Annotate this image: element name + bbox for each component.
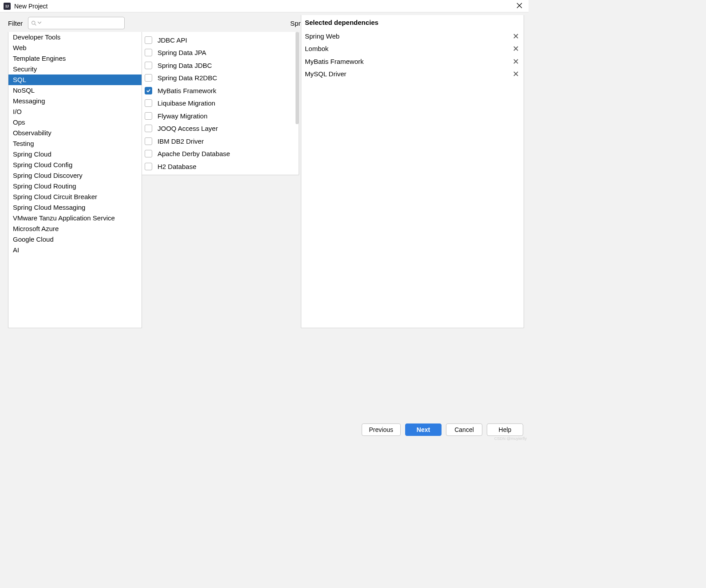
category-item[interactable]: Spring Cloud (8, 149, 142, 160)
app-icon: IJ (4, 3, 11, 10)
dependency-item[interactable]: Spring Data JPA (142, 47, 299, 59)
dependency-checkbox[interactable] (145, 62, 152, 69)
selected-dependencies-header: Selected dependencies (301, 15, 524, 30)
category-item[interactable]: I/O (8, 106, 142, 117)
dependency-item[interactable]: JOOQ Access Layer (142, 122, 299, 135)
dependency-label: H2 Database (158, 163, 197, 170)
dependency-checkbox[interactable] (145, 87, 152, 94)
selected-dependency-label: MyBatis Framework (305, 58, 513, 65)
dependency-item[interactable]: JDBC API (142, 34, 299, 47)
dependency-empty-area (142, 175, 299, 329)
dependency-checkbox[interactable] (145, 49, 152, 56)
dependency-list[interactable]: JDBC APISpring Data JPASpring Data JDBCS… (142, 32, 299, 175)
category-item[interactable]: Spring Cloud Discovery (8, 170, 142, 181)
dependency-item[interactable]: H2 Database (142, 160, 299, 173)
dependency-panel: JDBC APISpring Data JPASpring Data JDBCS… (142, 32, 299, 328)
category-item[interactable]: Microsoft Azure (8, 223, 142, 234)
category-item[interactable]: Security (8, 64, 142, 74)
filter-input[interactable] (42, 20, 122, 27)
category-item[interactable]: Spring Cloud Messaging (8, 202, 142, 213)
main-area: Developer ToolsWebTemplate EnginesSecuri… (0, 32, 529, 328)
selected-dependency-label: Lombok (305, 45, 513, 52)
dependency-label: JOOQ Access Layer (158, 125, 218, 132)
app-icon-letters: IJ (5, 4, 9, 8)
category-item[interactable]: SQL (8, 74, 142, 85)
close-icon[interactable] (514, 2, 525, 11)
dependency-label: MyBatis Framework (158, 87, 217, 94)
dependency-label: JDBC API (158, 36, 187, 44)
remove-dependency-icon[interactable] (513, 58, 519, 65)
category-item[interactable]: AI (8, 245, 142, 255)
selected-dependency-item: MyBatis Framework (301, 55, 524, 68)
svg-line-1 (35, 24, 36, 25)
selected-dependency-item: Spring Web (301, 30, 524, 43)
next-button[interactable]: Next (405, 423, 442, 436)
dependency-item[interactable]: Flyway Migration (142, 110, 299, 122)
remove-dependency-icon[interactable] (513, 45, 519, 52)
dependency-label: Spring Data JPA (158, 49, 206, 56)
dependency-checkbox[interactable] (145, 125, 152, 132)
cancel-button[interactable]: Cancel (446, 423, 482, 436)
selected-dependency-item: Lombok (301, 43, 524, 55)
wizard-footer: Previous Next Cancel Help (0, 419, 529, 441)
dependency-checkbox[interactable] (145, 137, 152, 145)
dependency-checkbox[interactable] (145, 99, 152, 107)
category-item[interactable]: Web (8, 43, 142, 53)
category-item[interactable]: NoSQL (8, 85, 142, 96)
filter-label: Filter (8, 20, 23, 27)
chevron-down-icon (38, 21, 41, 25)
dependency-label: Flyway Migration (158, 112, 208, 120)
category-item[interactable]: Observability (8, 128, 142, 138)
dependency-label: Spring Data R2DBC (158, 74, 217, 82)
previous-button[interactable]: Previous (362, 423, 401, 436)
dependency-checkbox[interactable] (145, 112, 152, 120)
dependency-item[interactable]: Spring Data JDBC (142, 59, 299, 72)
dependency-item[interactable]: Liquibase Migration (142, 97, 299, 110)
svg-point-0 (32, 21, 35, 24)
dependency-label: Apache Derby Database (158, 150, 230, 157)
dependency-label: IBM DB2 Driver (158, 137, 204, 145)
category-item[interactable]: Spring Cloud Circuit Breaker (8, 192, 142, 202)
titlebar: IJ New Project (0, 0, 529, 12)
dependency-checkbox[interactable] (145, 163, 152, 170)
category-item[interactable]: VMware Tanzu Application Service (8, 213, 142, 223)
dependency-checkbox[interactable] (145, 150, 152, 157)
dependency-item[interactable]: IBM DB2 Driver (142, 135, 299, 148)
remove-dependency-icon[interactable] (513, 32, 519, 40)
dependency-checkbox[interactable] (145, 36, 152, 44)
category-item[interactable]: Testing (8, 138, 142, 149)
help-button[interactable]: Help (487, 423, 523, 436)
category-item[interactable]: Google Cloud (8, 234, 142, 245)
category-item[interactable]: Developer Tools (8, 32, 142, 43)
selected-dependency-item: MySQL Driver (301, 68, 524, 81)
category-list[interactable]: Developer ToolsWebTemplate EnginesSecuri… (8, 32, 142, 328)
dependency-label: Spring Data JDBC (158, 62, 212, 69)
dependency-item[interactable]: Apache Derby Database (142, 148, 299, 161)
selected-dependency-label: Spring Web (305, 32, 513, 40)
remove-dependency-icon[interactable] (513, 70, 519, 78)
category-item[interactable]: Spring Cloud Config (8, 160, 142, 170)
window-title: New Project (14, 3, 514, 10)
dependency-label: Liquibase Migration (158, 99, 215, 107)
dependency-checkbox[interactable] (145, 74, 152, 82)
category-item[interactable]: Ops (8, 117, 142, 128)
category-item[interactable]: Template Engines (8, 53, 142, 64)
category-item[interactable]: Messaging (8, 96, 142, 106)
category-item[interactable]: Spring Cloud Routing (8, 181, 142, 192)
dependency-item[interactable]: MyBatis Framework (142, 84, 299, 97)
search-icon (31, 20, 37, 26)
selected-dependency-label: MySQL Driver (305, 70, 513, 78)
dependency-item[interactable]: Spring Data R2DBC (142, 72, 299, 85)
filter-input-wrap[interactable] (28, 17, 125, 29)
selected-dependencies-panel: Selected dependencies Spring WebLombokMy… (301, 15, 524, 328)
